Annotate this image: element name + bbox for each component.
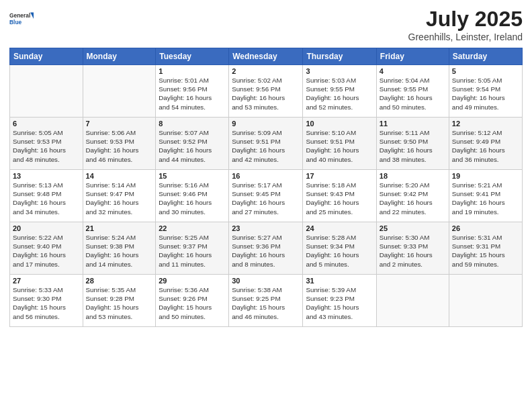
svg-marker-2 <box>30 12 34 19</box>
day-detail: Sunrise: 5:16 AM Sunset: 9:46 PM Dayligh… <box>159 181 226 216</box>
day-detail: Sunrise: 5:21 AM Sunset: 9:41 PM Dayligh… <box>452 181 519 216</box>
day-number: 29 <box>159 277 226 285</box>
day-number: 18 <box>380 172 446 180</box>
day-detail: Sunrise: 5:01 AM Sunset: 9:56 PM Dayligh… <box>159 76 226 111</box>
table-row: 13Sunrise: 5:13 AM Sunset: 9:48 PM Dayli… <box>10 170 83 222</box>
table-row <box>10 65 83 118</box>
col-monday: Monday <box>83 48 156 65</box>
day-detail: Sunrise: 5:22 AM Sunset: 9:40 PM Dayligh… <box>13 233 80 269</box>
day-number: 9 <box>232 120 300 128</box>
table-row: 19Sunrise: 5:21 AM Sunset: 9:41 PM Dayli… <box>449 170 522 222</box>
day-detail: Sunrise: 5:30 AM Sunset: 9:33 PM Dayligh… <box>380 233 446 269</box>
table-row: 2Sunrise: 5:02 AM Sunset: 9:56 PM Daylig… <box>229 65 303 118</box>
col-tuesday: Tuesday <box>156 48 229 65</box>
table-row: 18Sunrise: 5:20 AM Sunset: 9:42 PM Dayli… <box>376 170 449 222</box>
table-row: 15Sunrise: 5:16 AM Sunset: 9:46 PM Dayli… <box>156 170 229 222</box>
table-row: 1Sunrise: 5:01 AM Sunset: 9:56 PM Daylig… <box>156 65 229 118</box>
svg-text:Blue: Blue <box>9 19 22 26</box>
table-row: 10Sunrise: 5:10 AM Sunset: 9:51 PM Dayli… <box>303 118 376 170</box>
day-detail: Sunrise: 5:03 AM Sunset: 9:55 PM Dayligh… <box>306 76 373 111</box>
logo: General Blue <box>9 7 34 31</box>
day-number: 28 <box>86 277 153 285</box>
day-number: 17 <box>306 172 373 180</box>
day-number: 1 <box>159 67 226 75</box>
month-title: July 2025 <box>408 7 523 32</box>
day-detail: Sunrise: 5:02 AM Sunset: 9:56 PM Dayligh… <box>232 76 300 111</box>
day-number: 14 <box>86 172 153 180</box>
table-row: 31Sunrise: 5:39 AM Sunset: 9:23 PM Dayli… <box>303 275 376 327</box>
day-number: 30 <box>232 277 300 285</box>
day-detail: Sunrise: 5:05 AM Sunset: 9:54 PM Dayligh… <box>452 76 519 111</box>
day-detail: Sunrise: 5:31 AM Sunset: 9:31 PM Dayligh… <box>452 233 519 269</box>
day-number: 19 <box>452 172 519 180</box>
day-number: 21 <box>86 224 153 232</box>
table-row: 9Sunrise: 5:09 AM Sunset: 9:51 PM Daylig… <box>229 118 303 170</box>
table-row: 22Sunrise: 5:25 AM Sunset: 9:37 PM Dayli… <box>156 222 229 275</box>
day-number: 7 <box>86 120 153 128</box>
table-row: 5Sunrise: 5:05 AM Sunset: 9:54 PM Daylig… <box>449 65 522 118</box>
table-row: 17Sunrise: 5:18 AM Sunset: 9:43 PM Dayli… <box>303 170 376 222</box>
table-row: 24Sunrise: 5:28 AM Sunset: 9:34 PM Dayli… <box>303 222 376 275</box>
day-detail: Sunrise: 5:14 AM Sunset: 9:47 PM Dayligh… <box>86 181 153 216</box>
day-number: 12 <box>452 120 519 128</box>
table-row: 20Sunrise: 5:22 AM Sunset: 9:40 PM Dayli… <box>10 222 83 275</box>
day-number: 20 <box>13 224 80 232</box>
day-number: 11 <box>380 120 446 128</box>
col-saturday: Saturday <box>449 48 522 65</box>
logo-svg: General Blue <box>9 7 34 31</box>
table-row: 8Sunrise: 5:07 AM Sunset: 9:52 PM Daylig… <box>156 118 229 170</box>
table-row: 23Sunrise: 5:27 AM Sunset: 9:36 PM Dayli… <box>229 222 303 275</box>
day-detail: Sunrise: 5:28 AM Sunset: 9:34 PM Dayligh… <box>306 233 373 269</box>
location: Greenhills, Leinster, Ireland <box>408 32 523 42</box>
day-number: 15 <box>159 172 226 180</box>
table-row: 4Sunrise: 5:04 AM Sunset: 9:55 PM Daylig… <box>376 65 449 118</box>
table-row: 25Sunrise: 5:30 AM Sunset: 9:33 PM Dayli… <box>376 222 449 275</box>
table-row: 12Sunrise: 5:12 AM Sunset: 9:49 PM Dayli… <box>449 118 522 170</box>
day-detail: Sunrise: 5:36 AM Sunset: 9:26 PM Dayligh… <box>159 285 226 321</box>
day-detail: Sunrise: 5:24 AM Sunset: 9:38 PM Dayligh… <box>86 233 153 269</box>
table-row: 14Sunrise: 5:14 AM Sunset: 9:47 PM Dayli… <box>83 170 156 222</box>
col-sunday: Sunday <box>10 48 83 65</box>
day-detail: Sunrise: 5:12 AM Sunset: 9:49 PM Dayligh… <box>452 128 519 164</box>
day-detail: Sunrise: 5:05 AM Sunset: 9:53 PM Dayligh… <box>13 128 80 164</box>
day-detail: Sunrise: 5:09 AM Sunset: 9:51 PM Dayligh… <box>232 128 300 164</box>
day-number: 5 <box>452 67 519 75</box>
day-number: 26 <box>452 224 519 232</box>
day-number: 22 <box>159 224 226 232</box>
table-row: 29Sunrise: 5:36 AM Sunset: 9:26 PM Dayli… <box>156 275 229 327</box>
day-detail: Sunrise: 5:04 AM Sunset: 9:55 PM Dayligh… <box>380 76 446 111</box>
table-row: 26Sunrise: 5:31 AM Sunset: 9:31 PM Dayli… <box>449 222 522 275</box>
day-detail: Sunrise: 5:20 AM Sunset: 9:42 PM Dayligh… <box>380 181 446 216</box>
calendar-table: Sunday Monday Tuesday Wednesday Thursday… <box>9 48 523 327</box>
svg-text:General: General <box>9 12 30 19</box>
table-row: 11Sunrise: 5:11 AM Sunset: 9:50 PM Dayli… <box>376 118 449 170</box>
table-row: 30Sunrise: 5:38 AM Sunset: 9:25 PM Dayli… <box>229 275 303 327</box>
day-detail: Sunrise: 5:17 AM Sunset: 9:45 PM Dayligh… <box>232 181 300 216</box>
table-row: 7Sunrise: 5:06 AM Sunset: 9:53 PM Daylig… <box>83 118 156 170</box>
day-detail: Sunrise: 5:13 AM Sunset: 9:48 PM Dayligh… <box>13 181 80 216</box>
day-detail: Sunrise: 5:07 AM Sunset: 9:52 PM Dayligh… <box>159 128 226 164</box>
day-number: 8 <box>159 120 226 128</box>
day-detail: Sunrise: 5:33 AM Sunset: 9:30 PM Dayligh… <box>13 285 80 321</box>
day-number: 23 <box>232 224 300 232</box>
col-thursday: Thursday <box>303 48 376 65</box>
day-number: 4 <box>380 67 446 75</box>
day-number: 10 <box>306 120 373 128</box>
day-detail: Sunrise: 5:11 AM Sunset: 9:50 PM Dayligh… <box>380 128 446 164</box>
day-number: 2 <box>232 67 300 75</box>
day-detail: Sunrise: 5:35 AM Sunset: 9:28 PM Dayligh… <box>86 285 153 321</box>
table-row: 28Sunrise: 5:35 AM Sunset: 9:28 PM Dayli… <box>83 275 156 327</box>
table-row: 3Sunrise: 5:03 AM Sunset: 9:55 PM Daylig… <box>303 65 376 118</box>
day-detail: Sunrise: 5:10 AM Sunset: 9:51 PM Dayligh… <box>306 128 373 164</box>
day-number: 16 <box>232 172 300 180</box>
day-number: 27 <box>13 277 80 285</box>
day-number: 3 <box>306 67 373 75</box>
day-detail: Sunrise: 5:18 AM Sunset: 9:43 PM Dayligh… <box>306 181 373 216</box>
day-number: 25 <box>380 224 446 232</box>
day-number: 31 <box>306 277 373 285</box>
header: General Blue July 2025 Greenhills, Leins… <box>9 7 523 42</box>
title-block: July 2025 Greenhills, Leinster, Ireland <box>408 7 523 42</box>
day-number: 13 <box>13 172 80 180</box>
day-number: 6 <box>13 120 80 128</box>
table-row <box>376 275 449 327</box>
